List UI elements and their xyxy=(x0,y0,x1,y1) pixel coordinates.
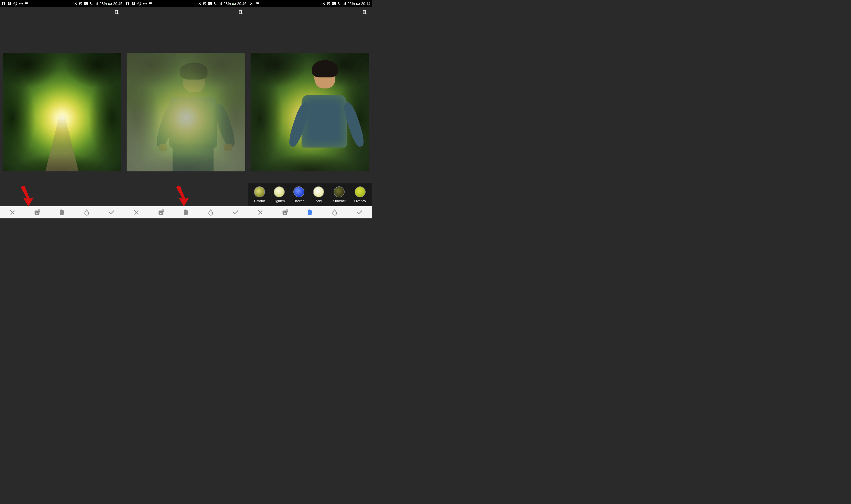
svg-rect-28 xyxy=(220,3,221,5)
svg-point-42 xyxy=(251,3,252,4)
svg-point-35 xyxy=(243,11,244,11)
canvas-area[interactable] xyxy=(0,18,124,206)
alarm-icon xyxy=(78,2,83,6)
blend-mode-label: Add xyxy=(316,199,322,203)
blend-mode-default[interactable]: Default xyxy=(254,186,265,203)
status-bar: 4G 28% 20:45 xyxy=(0,0,124,7)
network-badge: 4G xyxy=(208,2,212,5)
blend-swatch-icon xyxy=(334,186,344,197)
hotspot-icon xyxy=(73,2,77,6)
battery-charging-icon xyxy=(232,2,236,6)
compare-icon[interactable] xyxy=(362,9,368,16)
svg-point-55 xyxy=(367,11,368,11)
blend-mode-darken[interactable]: Darken xyxy=(294,186,304,203)
opacity-button[interactable] xyxy=(83,209,90,216)
svg-rect-52 xyxy=(356,3,357,4)
blend-mode-add[interactable]: Add xyxy=(313,186,324,203)
blend-swatch-icon xyxy=(294,186,304,197)
svg-point-34 xyxy=(242,11,243,11)
facebook-icon xyxy=(131,2,136,6)
clock-time: 20:45 xyxy=(113,2,122,6)
confirm-button[interactable] xyxy=(232,209,239,216)
svg-point-54 xyxy=(366,11,367,11)
styles-button[interactable] xyxy=(306,209,313,216)
svg-point-44 xyxy=(323,3,324,4)
blend-swatch-icon xyxy=(355,186,366,197)
svg-rect-27 xyxy=(219,4,220,5)
opacity-button[interactable] xyxy=(207,209,214,216)
styles-button[interactable] xyxy=(58,209,66,216)
cancel-button[interactable] xyxy=(9,209,16,216)
gallery-icon xyxy=(25,2,29,6)
canvas-area[interactable] xyxy=(248,18,372,206)
compare-icon[interactable] xyxy=(238,9,244,16)
blend-mode-label: Subtract xyxy=(333,199,345,203)
edited-image[interactable] xyxy=(251,53,369,172)
gallery-icon xyxy=(149,2,153,6)
blend-swatch-icon xyxy=(313,186,324,197)
blend-swatch-icon xyxy=(274,186,285,197)
bottom-toolbar xyxy=(248,206,372,218)
hotspot-icon xyxy=(249,2,254,6)
cancel-button[interactable] xyxy=(257,209,264,216)
network-badge: 4G xyxy=(332,2,336,5)
facebook-icon xyxy=(126,2,130,6)
svg-point-57 xyxy=(367,12,368,12)
signal-icon xyxy=(218,2,223,6)
svg-rect-7 xyxy=(97,3,97,5)
svg-point-14 xyxy=(119,11,120,11)
battery-percent: 28% xyxy=(224,2,231,6)
add-image-button[interactable] xyxy=(34,209,41,216)
add-image-button[interactable] xyxy=(158,209,165,216)
hotspot-icon xyxy=(143,2,147,6)
screenshot-panel-1: 4G 28% 20:45 xyxy=(0,0,124,218)
network-badge: 4G xyxy=(84,2,88,5)
svg-rect-32 xyxy=(232,3,233,4)
screenshot-panel-3: 4G 26% 20:14 Default xyxy=(248,0,372,218)
blend-mode-subtract[interactable]: Subtract xyxy=(333,186,345,203)
alarm-icon xyxy=(326,2,331,6)
confirm-button[interactable] xyxy=(356,209,363,216)
blend-mode-overlay[interactable]: Overlay xyxy=(354,186,366,203)
svg-point-16 xyxy=(119,12,120,12)
svg-point-21 xyxy=(138,2,141,5)
svg-rect-6 xyxy=(95,4,96,5)
svg-point-3 xyxy=(75,3,76,4)
svg-rect-31 xyxy=(235,3,236,4)
alarm-icon xyxy=(202,2,207,6)
battery-percent: 26% xyxy=(348,2,355,6)
screenshot-panel-2: 4G 28% 20:46 xyxy=(124,0,248,218)
confirm-button[interactable] xyxy=(108,209,115,216)
battery-percent: 28% xyxy=(100,2,107,6)
compare-icon[interactable] xyxy=(114,9,120,16)
svg-rect-47 xyxy=(343,4,344,5)
opacity-button[interactable] xyxy=(331,209,338,216)
add-image-button[interactable] xyxy=(282,209,289,216)
edited-image[interactable] xyxy=(3,53,121,172)
app-top-bar xyxy=(0,7,124,18)
svg-point-1 xyxy=(20,3,21,4)
svg-point-36 xyxy=(242,12,243,12)
svg-point-59 xyxy=(367,13,368,14)
cancel-button[interactable] xyxy=(133,209,140,216)
svg-point-58 xyxy=(366,13,367,14)
bottom-toolbar xyxy=(0,206,124,218)
svg-rect-46 xyxy=(343,4,343,5)
svg-rect-10 xyxy=(111,3,112,4)
svg-point-56 xyxy=(366,12,367,12)
whatsapp-icon xyxy=(137,2,141,6)
svg-rect-53 xyxy=(363,11,365,14)
blend-mode-lighten[interactable]: Lighten xyxy=(274,186,285,203)
svg-rect-8 xyxy=(97,2,98,5)
data-arrows-icon xyxy=(213,2,217,6)
hotspot-icon xyxy=(19,2,23,6)
svg-point-0 xyxy=(14,2,17,5)
svg-rect-49 xyxy=(345,2,346,5)
facebook-icon xyxy=(2,2,6,6)
styles-button[interactable] xyxy=(182,209,189,216)
app-top-bar xyxy=(124,7,248,18)
hotspot-icon xyxy=(197,2,201,6)
canvas-area[interactable] xyxy=(124,18,248,206)
blend-swatch-icon xyxy=(254,186,265,197)
edited-image[interactable] xyxy=(127,53,245,172)
